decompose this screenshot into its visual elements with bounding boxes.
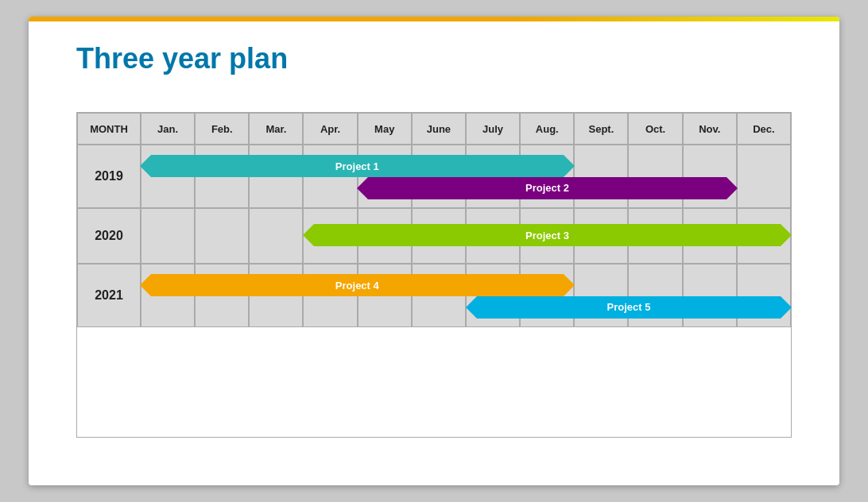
month-header-6: July (466, 113, 520, 145)
data-cell-2019-6 (466, 145, 520, 208)
data-cell-2020-9 (628, 208, 682, 264)
data-cell-2021-11 (737, 264, 791, 327)
month-header-9: Oct. (628, 113, 682, 145)
data-cell-2019-1 (195, 145, 249, 208)
gantt-chart: MONTHJan.Feb.Mar.Apr.MayJuneJulyAug.Sept… (76, 112, 792, 438)
data-cell-2021-9 (628, 264, 682, 327)
data-cell-2021-10 (683, 264, 737, 327)
data-cell-2019-0 (141, 145, 195, 208)
year-cell-2020: 2020 (77, 208, 141, 264)
data-cell-2019-2 (249, 145, 303, 208)
month-header-1: Feb. (195, 113, 249, 145)
data-cell-2019-3 (303, 145, 357, 208)
data-cell-2019-9 (628, 145, 682, 208)
month-header-4: May (358, 113, 412, 145)
month-header-3: Apr. (303, 113, 357, 145)
month-header-8: Sept. (574, 113, 628, 145)
data-cell-2020-4 (358, 208, 412, 264)
data-cell-2021-7 (520, 264, 574, 327)
month-header-7: Aug. (520, 113, 574, 145)
data-cell-2021-6 (466, 264, 520, 327)
data-cell-2021-1 (195, 264, 249, 327)
data-cell-2021-5 (412, 264, 466, 327)
month-header-0: Jan. (141, 113, 195, 145)
month-header-2: Mar. (249, 113, 303, 145)
year-cell-2019: 2019 (77, 145, 141, 208)
data-cell-2019-4 (358, 145, 412, 208)
data-cell-2020-3 (303, 208, 357, 264)
data-cell-2021-2 (249, 264, 303, 327)
data-cell-2019-5 (412, 145, 466, 208)
month-header-5: June (412, 113, 466, 145)
data-cell-2021-0 (141, 264, 195, 327)
year-cell-2021: 2021 (77, 264, 141, 327)
data-cell-2021-3 (303, 264, 357, 327)
data-cell-2020-10 (683, 208, 737, 264)
page-title: Three year plan (76, 42, 288, 75)
top-border (29, 17, 839, 21)
data-cell-2020-1 (195, 208, 249, 264)
data-cell-2020-0 (141, 208, 195, 264)
data-cell-2020-8 (574, 208, 628, 264)
data-cell-2020-2 (249, 208, 303, 264)
month-header-10: Nov. (683, 113, 737, 145)
data-cell-2019-7 (520, 145, 574, 208)
slide: Three year plan MONTHJan.Feb.Mar.Apr.May… (29, 17, 839, 485)
data-cell-2021-4 (358, 264, 412, 327)
data-cell-2020-6 (466, 208, 520, 264)
data-cell-2021-8 (574, 264, 628, 327)
data-cell-2020-7 (520, 208, 574, 264)
data-cell-2019-11 (737, 145, 791, 208)
data-cell-2019-10 (683, 145, 737, 208)
data-cell-2020-11 (737, 208, 791, 264)
data-cell-2019-8 (574, 145, 628, 208)
month-header-label: MONTH (77, 113, 141, 145)
data-cell-2020-5 (412, 208, 466, 264)
month-header-11: Dec. (737, 113, 791, 145)
